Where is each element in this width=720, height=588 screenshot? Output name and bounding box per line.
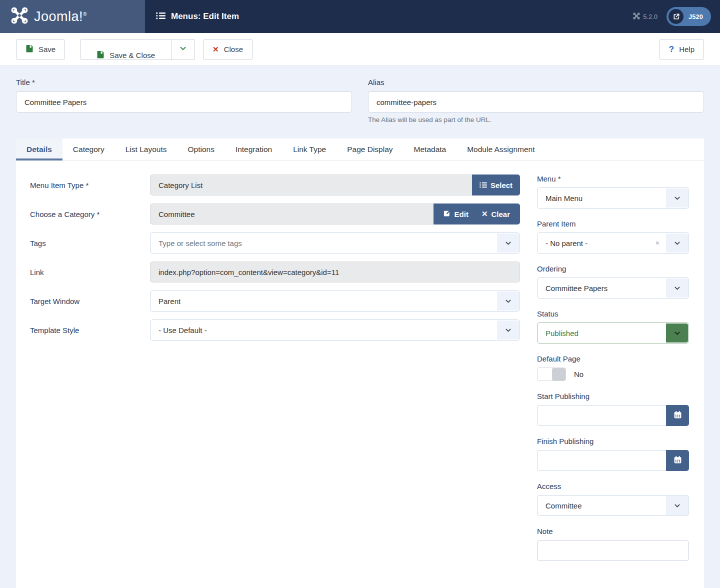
start-publishing-group: Start Publishing — [537, 392, 689, 426]
chevron-down-icon — [666, 496, 688, 515]
status-label: Status — [537, 310, 689, 318]
page-title: Menus: Edit Item — [171, 12, 239, 22]
parent-item-group: Parent Item - No parent - × — [537, 220, 689, 254]
ordering-group: Ordering Committee Papers — [537, 264, 689, 298]
select-menu-item-type-button[interactable]: Select — [472, 174, 520, 196]
menu-group: Menu * Main Menu — [537, 174, 689, 208]
default-page-group: Default Page No — [537, 354, 689, 381]
tab-details[interactable]: Details — [16, 138, 62, 160]
calendar-icon — [674, 410, 682, 420]
list-icon — [480, 181, 487, 190]
details-card: Details Category List Layouts Options In… — [16, 138, 704, 588]
tab-options[interactable]: Options — [177, 138, 224, 160]
edit-toolbar: Save Save & Close ✕ Close ? Help — [0, 33, 720, 66]
tab-list-layouts[interactable]: List Layouts — [115, 138, 178, 160]
ordering-select[interactable]: Committee Papers — [537, 278, 689, 298]
target-window-label: Target Window — [30, 297, 150, 306]
details-sidebar: Menu * Main Menu Parent Item - No parent… — [537, 174, 689, 572]
menu-label: Menu * — [537, 174, 689, 183]
tags-label: Tags — [30, 239, 150, 248]
template-style-label: Template Style — [30, 326, 150, 334]
tab-module-assignment[interactable]: Module Assignment — [456, 138, 545, 160]
chevron-down-icon — [666, 234, 688, 252]
default-page-label: Default Page — [537, 354, 689, 363]
tab-link-type[interactable]: Link Type — [282, 138, 336, 160]
finish-publishing-calendar-button[interactable] — [666, 450, 689, 471]
save-button[interactable]: Save — [16, 39, 65, 60]
list-icon — [156, 12, 166, 22]
save-icon — [96, 50, 104, 60]
finish-publishing-group: Finish Publishing — [537, 437, 689, 471]
alias-field-group: Alias The Alias will be used as part of … — [368, 78, 704, 124]
brand-wordmark: Joomla!® — [34, 9, 87, 24]
save-and-close-button[interactable]: Save & Close — [80, 39, 172, 60]
default-page-value: No — [574, 370, 584, 378]
finish-publishing-label: Finish Publishing — [537, 437, 689, 446]
close-button[interactable]: ✕ Close — [203, 39, 252, 60]
start-publishing-input[interactable] — [537, 405, 666, 426]
tab-integration[interactable]: Integration — [225, 138, 282, 160]
title-label: Title * — [16, 78, 352, 86]
alias-input[interactable] — [368, 92, 704, 112]
edit-item-form: Title * Alias The Alias will be used as … — [0, 66, 720, 588]
tags-combobox[interactable] — [150, 232, 520, 254]
access-select[interactable]: Committee — [537, 495, 689, 516]
finish-publishing-input[interactable] — [537, 450, 666, 471]
link-value: index.php?option=com_content&view=catego… — [150, 262, 520, 282]
close-x-icon: ✕ — [212, 45, 219, 54]
save-close-button-group: Save & Close — [80, 39, 195, 60]
status-select[interactable]: Published — [537, 322, 689, 344]
details-left-column: Menu Item Type * Category List — [30, 174, 520, 572]
access-label: Access — [537, 482, 689, 490]
tab-metadata[interactable]: Metadata — [404, 138, 457, 160]
choose-category-label: Choose a Category * — [30, 210, 150, 218]
chevron-down-icon[interactable] — [497, 234, 519, 252]
chevron-down-icon — [666, 324, 688, 342]
save-options-dropdown-button[interactable] — [171, 39, 195, 60]
clear-category-button[interactable]: ✕ Clear — [482, 210, 510, 218]
clear-x-icon: ✕ — [482, 210, 488, 218]
preview-label: J520 — [688, 13, 703, 20]
menu-item-type-label: Menu Item Type * — [30, 181, 150, 190]
chevron-down-icon — [179, 44, 187, 54]
parent-item-select[interactable]: - No parent - × — [537, 232, 689, 254]
target-window-select[interactable]: Parent — [150, 290, 520, 312]
template-style-select[interactable]: - Use Default - — [150, 320, 520, 340]
template-style-row: Template Style - Use Default - — [30, 320, 520, 340]
toggle-knob — [552, 368, 566, 380]
access-group: Access Committee — [537, 482, 689, 516]
tab-category[interactable]: Category — [62, 138, 115, 160]
joomla-mini-icon — [633, 12, 640, 21]
category-actions: Edit ✕ Clear — [434, 204, 520, 224]
link-label: Link — [30, 268, 150, 276]
pencil-square-icon — [444, 210, 451, 218]
note-input[interactable] — [537, 540, 689, 561]
clear-selection-icon[interactable]: × — [656, 239, 660, 247]
site-preview-button[interactable]: J520 — [666, 7, 711, 26]
tags-input[interactable] — [158, 239, 492, 248]
tags-row: Tags — [30, 232, 520, 254]
admin-top-header: Joomla!® Menus: Edit Item — [0, 0, 720, 33]
question-mark-icon: ? — [669, 44, 674, 54]
category-value: Committee — [150, 204, 434, 224]
joomla-brand[interactable]: Joomla!® — [0, 0, 145, 33]
help-button[interactable]: ? Help — [660, 39, 704, 60]
menu-item-type-value: Category List — [150, 174, 472, 196]
default-page-toggle[interactable] — [537, 368, 566, 381]
alias-help-text: The Alias will be used as part of the UR… — [368, 116, 704, 124]
page-heading: Menus: Edit Item — [156, 0, 239, 33]
chevron-down-icon — [666, 278, 688, 298]
start-publishing-calendar-button[interactable] — [666, 405, 689, 426]
external-link-icon — [668, 9, 684, 24]
note-group: Note — [537, 527, 689, 561]
save-icon — [26, 44, 34, 54]
title-input[interactable] — [16, 92, 352, 112]
menu-item-type-row: Menu Item Type * Category List — [30, 174, 520, 196]
tab-page-display[interactable]: Page Display — [336, 138, 403, 160]
calendar-icon — [674, 456, 682, 466]
menu-select[interactable]: Main Menu — [537, 188, 689, 208]
title-field-group: Title * — [16, 78, 352, 124]
edit-category-button[interactable]: Edit — [444, 210, 468, 218]
chevron-down-icon — [666, 188, 688, 208]
note-label: Note — [537, 527, 689, 536]
